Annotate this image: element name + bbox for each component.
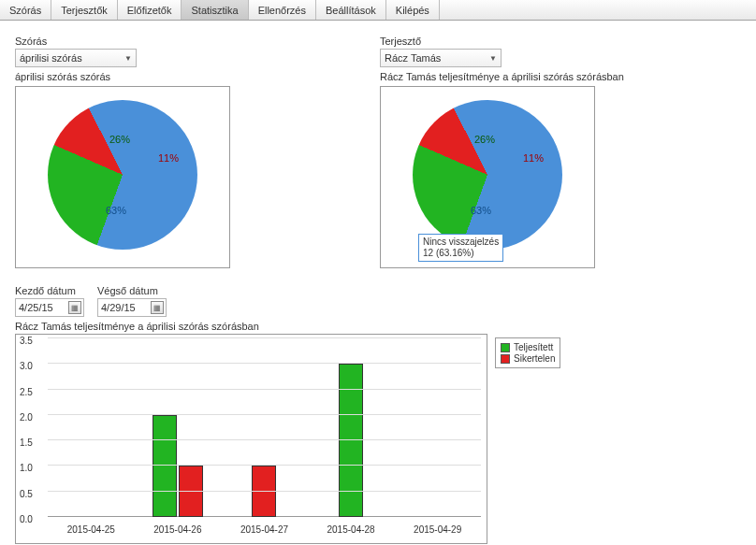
pie-tooltip: Nincs visszajelzés 12 (63.16%) bbox=[418, 234, 503, 262]
szoras-label: Szórás bbox=[15, 36, 230, 47]
tab-statisztika[interactable]: Statisztika bbox=[182, 0, 248, 20]
end-date-input[interactable]: 4/29/15 ▦ bbox=[97, 298, 167, 317]
right-pie-chart: 26% 11% 63% Nincs visszajelzés 12 (63.16… bbox=[380, 86, 595, 268]
bar-chart-area: 0.00.51.01.52.02.53.03.5 2015-04-252015-… bbox=[15, 334, 741, 544]
gridline bbox=[48, 363, 481, 364]
bar-legend: Teljesített Sikertelen bbox=[495, 337, 560, 368]
pie-label-green: 26% bbox=[109, 134, 130, 145]
szoras-dropdown[interactable]: áprilisi szórás ▼ bbox=[15, 49, 137, 67]
gridline bbox=[48, 337, 481, 338]
tab-terjesztők[interactable]: Terjesztők bbox=[51, 0, 118, 20]
end-date-value: 4/29/15 bbox=[101, 302, 136, 313]
content-area: Szórás áprilisi szórás ▼ áprilisi szórás… bbox=[0, 21, 756, 545]
y-tick: 1.5 bbox=[20, 437, 33, 448]
bar-chart-title: Rácz Tamás teljesítménye a áprilisi szór… bbox=[15, 321, 741, 332]
gridline bbox=[48, 465, 481, 466]
right-panel: Terjesztő Rácz Tamás ▼ Rácz Tamás teljes… bbox=[380, 36, 624, 268]
pie-label-red: 11% bbox=[158, 152, 179, 164]
tab-kilépés[interactable]: Kilépés bbox=[386, 0, 440, 20]
bar-chart: 0.00.51.01.52.02.53.03.5 2015-04-252015-… bbox=[15, 334, 487, 544]
tab-beállítások[interactable]: Beállítások bbox=[316, 0, 386, 20]
start-date-label: Kezdő dátum bbox=[15, 285, 84, 296]
start-date-input[interactable]: 4/25/15 ▦ bbox=[15, 298, 84, 317]
y-tick: 0.0 bbox=[20, 514, 33, 524]
right-chart-title: Rácz Tamás teljesítménye a áprilisi szór… bbox=[380, 71, 624, 82]
left-chart-title: áprilisi szórás szórás bbox=[15, 71, 230, 82]
x-label: 2015-04-28 bbox=[308, 524, 395, 538]
x-label: 2015-04-26 bbox=[135, 524, 222, 538]
tooltip-line2: 12 (63.16%) bbox=[423, 248, 499, 259]
pie-label-green: 26% bbox=[474, 134, 495, 145]
pie-graphic bbox=[48, 100, 197, 250]
pie-wrap: 26% 11% 63% bbox=[413, 100, 562, 250]
tab-szórás[interactable]: Szórás bbox=[0, 0, 51, 20]
bar bbox=[179, 466, 203, 517]
gridline bbox=[48, 491, 481, 492]
left-panel: Szórás áprilisi szórás ▼ áprilisi szórás… bbox=[15, 36, 230, 268]
legend-swatch-red bbox=[501, 354, 510, 364]
pie-label-blue: 63% bbox=[106, 205, 126, 216]
x-label: 2015-04-27 bbox=[221, 524, 308, 538]
y-tick: 2.0 bbox=[20, 411, 33, 422]
x-label: 2015-04-29 bbox=[394, 524, 481, 538]
pie-graphic bbox=[413, 100, 562, 250]
calendar-icon[interactable]: ▦ bbox=[151, 301, 164, 314]
left-pie-chart: 26% 11% 63% bbox=[15, 86, 230, 268]
y-axis: 0.00.51.01.52.02.53.03.5 bbox=[16, 335, 44, 522]
gridline bbox=[48, 389, 481, 390]
pie-label-red: 11% bbox=[523, 152, 544, 164]
legend-row-sikertelen: Sikertelen bbox=[501, 353, 555, 364]
legend-swatch-green bbox=[501, 343, 510, 352]
tab-előfizetők[interactable]: Előfizetők bbox=[118, 0, 182, 20]
calendar-icon[interactable]: ▦ bbox=[68, 301, 81, 314]
legend-row-teljesitett: Teljesített bbox=[501, 342, 555, 352]
gridline bbox=[48, 439, 481, 440]
plot-area bbox=[48, 340, 481, 517]
tab-ellenőrzés[interactable]: Ellenőrzés bbox=[249, 0, 316, 20]
y-tick: 3.5 bbox=[20, 336, 33, 346]
y-tick: 0.5 bbox=[20, 488, 33, 498]
date-row: Kezdő dátum 4/25/15 ▦ Végső dátum 4/29/1… bbox=[15, 285, 741, 317]
start-date-value: 4/25/15 bbox=[19, 302, 53, 313]
x-axis-labels: 2015-04-252015-04-262015-04-272015-04-28… bbox=[48, 524, 481, 538]
legend-label-green: Teljesített bbox=[514, 342, 553, 352]
x-label: 2015-04-25 bbox=[48, 524, 135, 538]
chevron-down-icon: ▼ bbox=[124, 54, 132, 63]
tooltip-line1: Nincs visszajelzés bbox=[423, 237, 499, 248]
end-date-label: Végső dátum bbox=[97, 285, 167, 296]
chevron-down-icon: ▼ bbox=[489, 54, 497, 63]
terjeszto-dropdown[interactable]: Rácz Tamás ▼ bbox=[380, 49, 502, 67]
pie-wrap: 26% 11% 63% bbox=[48, 100, 197, 250]
y-tick: 2.5 bbox=[20, 386, 33, 396]
y-tick: 3.0 bbox=[20, 361, 33, 371]
bar bbox=[252, 466, 276, 517]
y-tick: 1.0 bbox=[20, 463, 33, 473]
legend-label-red: Sikertelen bbox=[514, 353, 555, 364]
pie-label-blue: 63% bbox=[471, 205, 491, 216]
gridline bbox=[48, 414, 481, 415]
terjeszto-label: Terjesztő bbox=[380, 36, 624, 47]
szoras-dropdown-value: áprilisi szórás bbox=[20, 52, 82, 64]
tab-bar: SzórásTerjesztőkElőfizetőkStatisztikaEll… bbox=[0, 0, 756, 21]
terjeszto-dropdown-value: Rácz Tamás bbox=[385, 52, 441, 64]
